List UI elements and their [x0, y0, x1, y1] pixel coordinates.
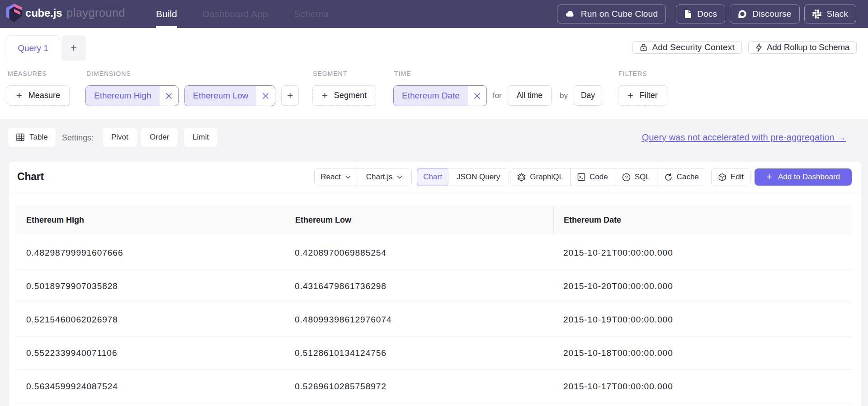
svg-text:?: ?: [625, 174, 627, 180]
